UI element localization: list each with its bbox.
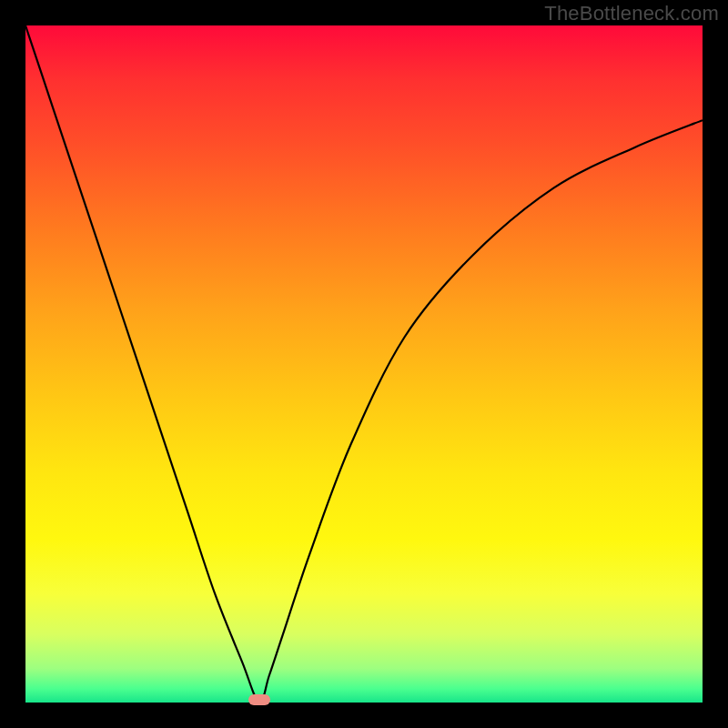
minimum-marker [248,694,270,705]
watermark-text: TheBottleneck.com [544,2,719,25]
curve-path [25,25,703,703]
bottleneck-curve [25,25,703,703]
plot-area [25,25,703,703]
chart-frame: TheBottleneck.com [0,0,728,728]
